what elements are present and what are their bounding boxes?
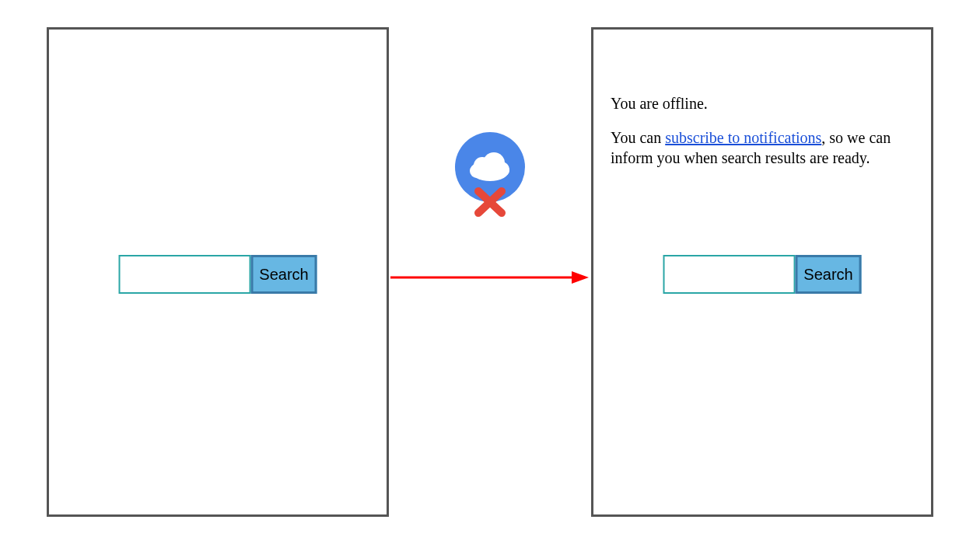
svg-point-2 xyxy=(455,132,525,202)
search-row-left: Search xyxy=(119,255,317,294)
svg-marker-1 xyxy=(572,271,589,284)
svg-point-4 xyxy=(474,157,491,174)
search-input[interactable] xyxy=(119,255,251,294)
cloud-offline-icon xyxy=(453,132,527,218)
panel-after: You are offline. You can subscribe to no… xyxy=(591,27,933,517)
svg-line-9 xyxy=(478,191,502,213)
arrow-right-icon xyxy=(390,270,589,284)
offline-message: You are offline. You can subscribe to no… xyxy=(611,93,914,182)
offline-prefix: You can xyxy=(611,129,665,146)
svg-point-7 xyxy=(470,164,484,178)
offline-body: You can subscribe to notifications, so w… xyxy=(611,127,914,168)
search-button[interactable]: Search xyxy=(796,255,862,294)
search-input[interactable] xyxy=(663,255,796,294)
subscribe-link[interactable]: subscribe to notifications xyxy=(665,129,821,146)
offline-headline: You are offline. xyxy=(611,93,914,113)
search-row-right: Search xyxy=(663,255,862,294)
svg-line-8 xyxy=(478,191,502,213)
svg-point-3 xyxy=(471,159,509,181)
svg-point-5 xyxy=(483,152,505,174)
search-button[interactable]: Search xyxy=(251,255,317,294)
panel-before: Search xyxy=(47,27,389,517)
svg-point-6 xyxy=(494,162,509,177)
